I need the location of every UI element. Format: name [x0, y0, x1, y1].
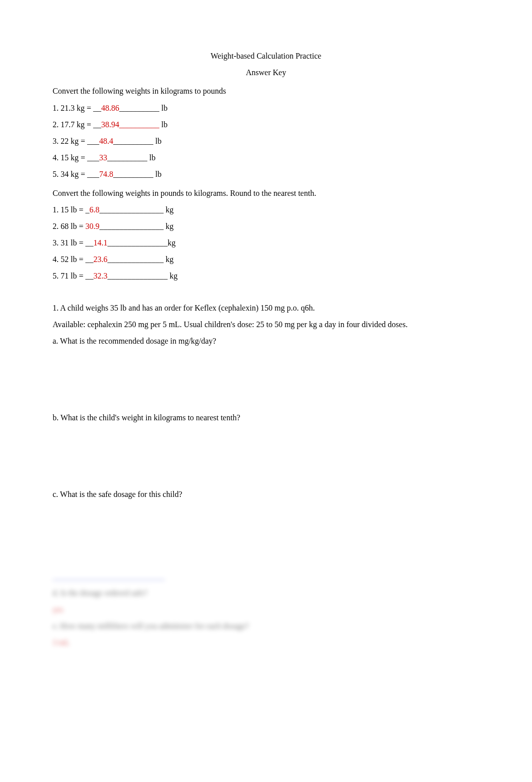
blurred-content: ____________________________ d. Is the d…	[53, 571, 479, 649]
item-suffix: ______________ kg	[107, 255, 173, 264]
page-subtitle: Answer Key	[53, 67, 479, 78]
item-suffix: ________________ kg	[99, 222, 173, 230]
item-suffix: __________ lb	[119, 104, 167, 112]
item-answer: 33	[99, 153, 107, 162]
item-answer: 48.4	[99, 137, 113, 145]
kg-to-lb-item: 4. 15 kg = ___33__________ lb	[53, 152, 479, 163]
question-b: b. What is the child's weight in kilogra…	[53, 412, 479, 423]
item-answer: 38.94__________	[101, 120, 159, 129]
kg-to-lb-item: 1. 21.3 kg = __48.86__________ lb	[53, 102, 479, 114]
item-answer: 74.8	[99, 170, 113, 178]
item-prefix: 2. 68 lb =	[53, 222, 85, 230]
item-answer: 48.86	[101, 104, 119, 112]
blur-answer: 3 mL	[53, 637, 479, 648]
item-suffix: ________________ kg	[99, 205, 173, 214]
blur-text: d. Is the dosage ordered safe?	[53, 587, 479, 599]
item-suffix: _______________ kg	[107, 272, 177, 280]
blur-underline: ____________________________	[53, 572, 165, 581]
question-a: a. What is the recommended dosage in mg/…	[53, 335, 479, 347]
item-prefix: 1. 15 lb = _	[53, 205, 89, 214]
item-answer: 32.3	[93, 272, 107, 280]
blur-answer: yes	[53, 604, 479, 615]
item-suffix: __________ lb	[113, 137, 161, 145]
kg-to-lb-item: 2. 17.7 kg = __38.94__________ lb	[53, 119, 479, 130]
lb-to-kg-item: 4. 52 lb = __23.6______________ kg	[53, 253, 479, 265]
kg-to-lb-item: 3. 22 kg = ___48.4__________ lb	[53, 135, 479, 147]
item-answer: 14.1	[93, 238, 107, 247]
item-prefix: 1. 21.3 kg = __	[53, 104, 101, 112]
lb-to-kg-item: 3. 31 lb = __14.1_______________kg	[53, 237, 479, 248]
item-suffix: __________ lb	[107, 153, 155, 162]
blur-text: e. How many milliliters will you adminis…	[53, 620, 479, 632]
section1-heading: Convert the following weights in kilogra…	[53, 85, 479, 97]
item-prefix: 5. 34 kg = ___	[53, 170, 99, 178]
section2-heading: Convert the following weights in pounds …	[53, 187, 479, 199]
item-prefix: 2. 17.7 kg = __	[53, 120, 101, 129]
item-answer: 30.9	[85, 222, 99, 230]
page-title: Weight-based Calculation Practice	[53, 50, 479, 62]
item-prefix: 4. 52 lb = __	[53, 255, 93, 264]
kg-to-lb-item: 5. 34 kg = ___74.8__________ lb	[53, 168, 479, 180]
item-suffix: lb	[159, 120, 167, 129]
item-prefix: 5. 71 lb = __	[53, 272, 93, 280]
item-prefix: 4. 15 kg = ___	[53, 153, 99, 162]
problem1-line2: Available: cephalexin 250 mg per 5 mL. U…	[53, 319, 479, 330]
item-answer: 6.8	[89, 205, 99, 214]
lb-to-kg-item: 1. 15 lb = _6.8________________ kg	[53, 204, 479, 215]
item-prefix: 3. 31 lb = __	[53, 238, 93, 247]
lb-to-kg-item: 2. 68 lb = 30.9________________ kg	[53, 220, 479, 232]
problem1-line1: 1. A child weighs 35 lb and has an order…	[53, 302, 479, 314]
item-suffix: _______________kg	[107, 238, 175, 247]
question-c: c. What is the safe dosage for this chil…	[53, 488, 479, 500]
item-answer: 23.6	[93, 255, 107, 264]
item-prefix: 3. 22 kg = ___	[53, 137, 99, 145]
item-suffix: __________ lb	[113, 170, 161, 178]
lb-to-kg-item: 5. 71 lb = __32.3_______________ kg	[53, 270, 479, 282]
